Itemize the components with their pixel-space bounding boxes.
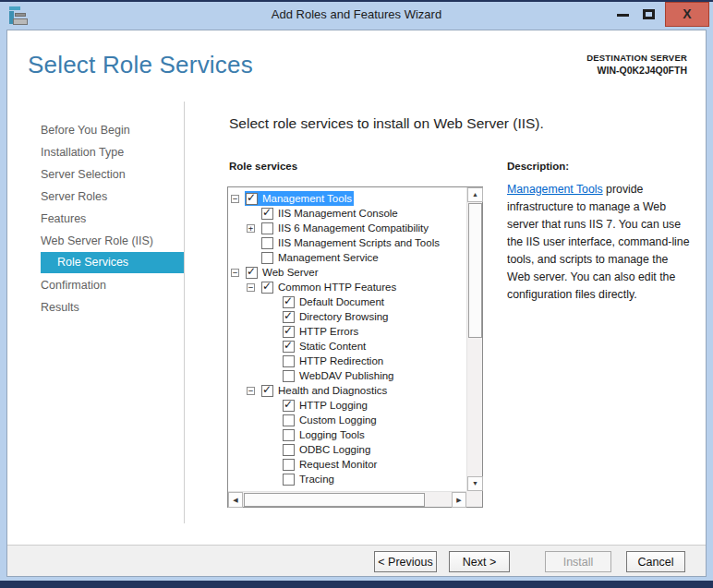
expand-toggle-icon[interactable]: − xyxy=(247,283,255,292)
tree-row-iis-management-console[interactable]: ✓ IIS Management Console xyxy=(228,206,466,221)
tree-row-management-tools[interactable]: − ✓ Management Tools xyxy=(228,191,466,206)
expand-toggle-icon[interactable]: − xyxy=(247,387,255,395)
tree-row-odbc-logging[interactable]: ODBC Logging xyxy=(228,442,466,457)
tree-row-custom-logging[interactable]: Custom Logging xyxy=(228,413,466,427)
tree-row-management-service[interactable]: Management Service xyxy=(228,250,466,265)
sidebar-item-before-you-begin[interactable]: Before You Begin xyxy=(7,119,184,141)
checkbox[interactable]: ✓ xyxy=(261,208,273,220)
tree-row-common-http-features[interactable]: − ✓ Common HTTP Features xyxy=(228,280,466,294)
tree-row-static-content[interactable]: ✓ Static Content xyxy=(228,339,466,354)
tree-row-request-monitor[interactable]: Request Monitor xyxy=(228,457,466,472)
previous-button[interactable]: < Previous xyxy=(374,551,437,572)
wizard-window: Add Roles and Features Wizard X Select R… xyxy=(0,2,713,581)
maximize-icon xyxy=(643,9,655,19)
description-body-text: provide infrastructure to manage a Web s… xyxy=(507,183,690,301)
check-mark-icon: ✓ xyxy=(247,191,256,204)
tree-row-http-logging[interactable]: ✓ HTTP Logging xyxy=(228,398,466,413)
check-mark-icon: ✓ xyxy=(262,206,272,219)
destination-server-name: WIN-Q0K2J4Q0FTH xyxy=(586,65,687,76)
sidebar-item-web-server-role-iis[interactable]: Web Server Role (IIS) xyxy=(7,230,184,252)
checkbox[interactable]: ✓ xyxy=(283,311,295,323)
tree-row-http-redirection[interactable]: HTTP Redirection xyxy=(228,354,466,368)
horizontal-scrollbar[interactable]: ◀ ▶ xyxy=(228,491,466,507)
expand-toggle-icon[interactable]: − xyxy=(231,269,239,277)
tree-row-health-and-diagnostics[interactable]: − ✓ Health and Diagnostics xyxy=(228,383,466,398)
check-mark-icon: ✓ xyxy=(247,265,256,278)
window-title: Add Roles and Features Wizard xyxy=(0,7,713,21)
check-mark-icon: ✓ xyxy=(284,294,293,307)
close-icon: X xyxy=(666,6,708,21)
check-mark-icon: ✓ xyxy=(262,383,272,396)
sidebar-item-server-selection[interactable]: Server Selection xyxy=(7,163,184,186)
destination-server-label: DESTINATION SERVER xyxy=(586,53,687,63)
check-mark-icon: ✓ xyxy=(284,398,293,411)
checkbox[interactable] xyxy=(261,222,273,234)
checkbox[interactable] xyxy=(283,355,295,367)
description-label: Description: xyxy=(507,161,569,172)
check-mark-icon: ✓ xyxy=(284,309,293,322)
checkbox[interactable]: ✓ xyxy=(283,341,295,353)
checkbox[interactable] xyxy=(283,429,295,441)
horizontal-scroll-thumb[interactable] xyxy=(244,493,425,507)
sidebar-item-features[interactable]: Features xyxy=(7,208,184,230)
tree-row-iis-6-management-compatibility[interactable]: + IIS 6 Management Compatibility xyxy=(228,221,466,235)
checkbox[interactable]: ✓ xyxy=(246,193,258,205)
sidebar-item-role-services[interactable]: Role Services xyxy=(41,252,184,273)
scroll-right-icon[interactable]: ▶ xyxy=(452,492,466,508)
minimize-button[interactable] xyxy=(610,2,635,27)
tree-row-tracing[interactable]: Tracing xyxy=(228,472,466,486)
tree-row-directory-browsing[interactable]: ✓ Directory Browsing xyxy=(228,309,466,324)
cancel-button[interactable]: Cancel xyxy=(626,551,685,572)
management-tools-link[interactable]: Management Tools xyxy=(507,183,603,196)
check-mark-icon: ✓ xyxy=(284,324,293,337)
checkbox[interactable]: ✓ xyxy=(261,282,273,294)
sidebar-item-server-roles[interactable]: Server Roles xyxy=(7,186,184,208)
checkbox[interactable] xyxy=(261,237,273,249)
tree-row-logging-tools[interactable]: Logging Tools xyxy=(228,427,466,442)
scroll-down-icon[interactable]: ▼ xyxy=(467,476,483,491)
checkbox[interactable]: ✓ xyxy=(283,400,295,412)
tree-row-iis-management-scripts-and-tools[interactable]: IIS Management Scripts and Tools xyxy=(228,235,466,250)
scroll-left-icon[interactable]: ◀ xyxy=(228,492,243,508)
close-button[interactable]: X xyxy=(665,2,709,27)
maximize-button[interactable] xyxy=(635,2,661,27)
checkbox[interactable]: ✓ xyxy=(246,267,258,279)
role-services-tree: − ✓ Management Tools ✓ IIS Management Co… xyxy=(227,186,483,508)
checkbox[interactable]: ✓ xyxy=(283,296,295,308)
sidebar-item-confirmation[interactable]: Confirmation xyxy=(7,274,184,296)
vertical-scrollbar[interactable]: ▲ ▼ xyxy=(466,187,482,491)
checkbox[interactable] xyxy=(283,474,295,486)
expand-toggle-icon[interactable]: + xyxy=(247,224,255,233)
sidebar-divider xyxy=(184,102,185,523)
checkbox[interactable] xyxy=(283,370,295,382)
scroll-up-icon[interactable]: ▲ xyxy=(467,187,483,202)
vertical-scroll-thumb[interactable] xyxy=(468,203,482,338)
wizard-client-area: Select Role Services DESTINATION SERVER … xyxy=(6,30,707,577)
checkbox[interactable] xyxy=(283,444,295,456)
screen: Add Roles and Features Wizard X Select R… xyxy=(0,0,713,588)
sidebar-item-results[interactable]: Results xyxy=(7,296,184,318)
expand-toggle-icon[interactable]: − xyxy=(231,195,239,203)
tree-row-default-document[interactable]: ✓ Default Document xyxy=(228,294,466,309)
install-button[interactable]: Install xyxy=(545,551,611,572)
checkbox[interactable] xyxy=(283,414,295,426)
checkbox[interactable] xyxy=(283,459,295,471)
checkbox[interactable]: ✓ xyxy=(283,326,295,338)
checkbox[interactable]: ✓ xyxy=(261,385,273,397)
tree-row-web-server[interactable]: − ✓ Web Server xyxy=(228,265,466,280)
wizard-steps-sidebar: Before You BeginInstallation TypeServer … xyxy=(7,119,184,318)
tree-row-http-errors[interactable]: ✓ HTTP Errors xyxy=(228,324,466,339)
page-subtitle: Select role services to install on Web S… xyxy=(229,115,544,132)
description-text: Management Tools provide infrastructure … xyxy=(507,181,690,304)
check-mark-icon: ✓ xyxy=(262,280,272,293)
destination-server-block: DESTINATION SERVER WIN-Q0K2J4Q0FTH xyxy=(586,53,687,76)
scrollbar-corner xyxy=(466,491,482,507)
sidebar-item-installation-type[interactable]: Installation Type xyxy=(7,141,184,163)
role-services-label: Role services xyxy=(229,161,297,172)
tree-row-webdav-publishing[interactable]: WebDAV Publishing xyxy=(228,368,466,383)
checkbox[interactable] xyxy=(261,252,273,264)
next-button[interactable]: Next > xyxy=(449,551,510,572)
minimize-icon xyxy=(617,14,629,17)
title-bar[interactable]: Add Roles and Features Wizard X xyxy=(0,2,713,29)
page-title: Select Role Services xyxy=(28,51,253,79)
